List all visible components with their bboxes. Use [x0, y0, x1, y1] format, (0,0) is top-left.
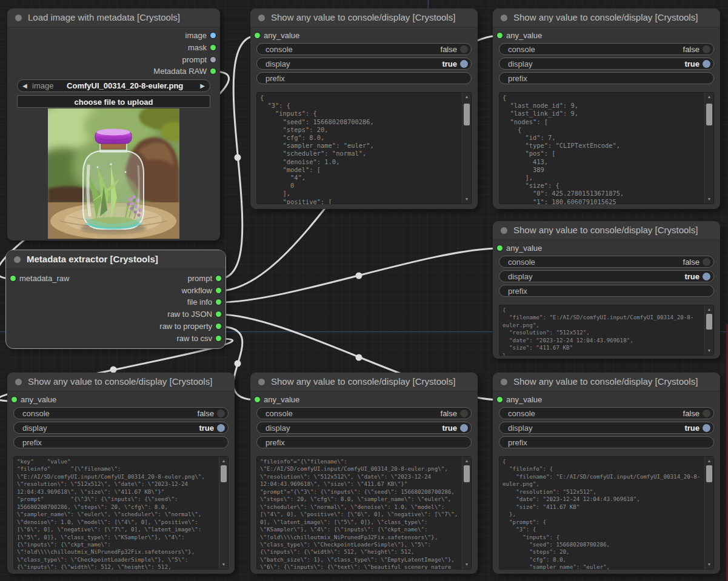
node-show-raw-json[interactable]: Show any value to console/display [Cryst…	[493, 373, 720, 574]
console-toggle[interactable]: console false	[499, 43, 714, 55]
output-port-image[interactable]	[210, 33, 216, 38]
value-display-box[interactable]: { "last_node_id": 9, "last_link_id": 9, …	[499, 92, 714, 204]
console-toggle[interactable]: console false	[256, 43, 472, 55]
toggle-knob[interactable]	[460, 45, 468, 53]
toggle-knob[interactable]	[217, 410, 225, 417]
prefix-input[interactable]: prefix	[499, 436, 714, 448]
prefix-input[interactable]: prefix	[499, 285, 714, 297]
scrollbar-thumb[interactable]	[706, 314, 712, 330]
node-show-workflow[interactable]: Show any value to console/display [Cryst…	[493, 8, 720, 209]
scroll-down-icon[interactable]: ▼	[219, 561, 228, 568]
scroll-up-icon[interactable]: ▲	[705, 93, 713, 101]
scrollbar[interactable]: ▲ ▼	[704, 93, 713, 204]
collapse-dot[interactable]	[15, 15, 22, 21]
scroll-down-icon[interactable]: ▼	[463, 196, 471, 203]
node-title-bar[interactable]: Show any value to console/display [Cryst…	[493, 8, 720, 27]
scroll-up-icon[interactable]: ▲	[705, 457, 713, 465]
toggle-knob[interactable]	[460, 60, 468, 68]
output-port-prompt[interactable]	[216, 276, 221, 281]
input-port-any-value[interactable]	[497, 397, 503, 402]
scrollbar-thumb[interactable]	[464, 104, 470, 125]
display-toggle[interactable]: display true	[499, 270, 714, 282]
toggle-knob[interactable]	[703, 60, 710, 68]
node-show-prompt[interactable]: Show any value to console/display [Cryst…	[250, 8, 478, 209]
scrollbar[interactable]: ▲ ▼	[219, 457, 228, 569]
output-port-raw-to-csv[interactable]	[216, 336, 221, 341]
prefix-input[interactable]: prefix	[256, 436, 472, 448]
prefix-input[interactable]: prefix	[13, 436, 229, 448]
display-toggle[interactable]: display true	[256, 422, 472, 434]
output-port-mask[interactable]	[210, 45, 216, 50]
collapse-dot[interactable]	[258, 379, 265, 385]
node-load-image-with-metadata[interactable]: Load image with metadata [Crystools] ima…	[7, 8, 220, 241]
toggle-knob[interactable]	[703, 45, 710, 53]
display-toggle[interactable]: display true	[499, 58, 714, 70]
output-port-workflow[interactable]	[216, 288, 221, 293]
scrollbar-thumb[interactable]	[221, 465, 227, 482]
scrollbar-thumb[interactable]	[464, 465, 470, 482]
node-metadata-extractor[interactable]: Metadata extractor [Crystools] metadata_…	[6, 250, 225, 348]
value-display-box[interactable]: "fileinfo"="{\"filename\": \"E:/AI/SD/co…	[256, 456, 472, 569]
collapse-dot[interactable]	[501, 15, 507, 21]
output-port-file-info[interactable]	[216, 299, 221, 305]
collapse-dot[interactable]	[15, 379, 22, 385]
collapse-dot[interactable]	[501, 379, 507, 385]
scroll-up-icon[interactable]: ▲	[705, 306, 713, 313]
node-title-bar[interactable]: Show any value to console/display [Cryst…	[7, 373, 235, 391]
toggle-knob[interactable]	[703, 258, 710, 266]
node-show-raw-csv[interactable]: Show any value to console/display [Cryst…	[7, 373, 235, 574]
value-display-box[interactable]: "key" "value" "fileinfo" "{\"filename\":…	[13, 456, 229, 569]
output-port-prompt[interactable]	[210, 57, 216, 62]
node-title-bar[interactable]: Show any value to console/display [Cryst…	[250, 373, 478, 391]
console-toggle[interactable]: console false	[499, 256, 714, 268]
node-title-bar[interactable]: Metadata extractor [Crystools]	[6, 250, 225, 269]
scrollbar[interactable]: ▲ ▼	[704, 305, 713, 355]
toggle-knob[interactable]	[460, 424, 468, 432]
node-title-bar[interactable]: Load image with metadata [Crystools]	[7, 8, 220, 27]
console-toggle[interactable]: console false	[499, 407, 714, 419]
scrollbar-thumb[interactable]	[706, 465, 712, 482]
combo-next-icon[interactable]: ▶	[196, 82, 205, 89]
input-port-any-value[interactable]	[497, 245, 503, 251]
comfyui-node-canvas[interactable]: { "colors": { "canvas_bg": "#1e1e1e", "n…	[0, 0, 728, 581]
display-toggle[interactable]: display true	[256, 58, 472, 70]
input-port-any-value[interactable]	[12, 397, 17, 402]
image-file-combo[interactable]: ◀ image ComfyUI_00314_20-8-euler.png ▶	[17, 79, 210, 92]
collapse-dot[interactable]	[258, 15, 265, 21]
toggle-knob[interactable]	[703, 424, 710, 432]
node-title-bar[interactable]: Show any value to console/display [Cryst…	[493, 373, 720, 391]
scrollbar[interactable]: ▲ ▼	[704, 457, 713, 569]
prefix-input[interactable]: prefix	[256, 72, 472, 84]
prefix-input[interactable]: prefix	[499, 72, 714, 84]
image-preview-jar[interactable]	[48, 108, 179, 239]
input-port-metadata-raw[interactable]	[10, 276, 16, 281]
input-port-any-value[interactable]	[497, 33, 503, 38]
output-port-raw-to-property[interactable]	[216, 324, 221, 329]
node-show-file-info[interactable]: Show any value to console/display [Cryst…	[493, 221, 720, 359]
output-port-metadata-raw[interactable]	[210, 68, 216, 74]
node-show-raw-property[interactable]: Show any value to console/display [Cryst…	[250, 373, 478, 574]
combo-prev-icon[interactable]: ◀	[22, 82, 31, 89]
display-toggle[interactable]: display true	[13, 422, 229, 434]
input-port-any-value[interactable]	[255, 397, 260, 402]
node-title-bar[interactable]: Show any value to console/display [Cryst…	[493, 221, 720, 240]
input-port-any-value[interactable]	[255, 33, 260, 38]
output-port-raw-to-json[interactable]	[216, 311, 221, 317]
collapse-dot[interactable]	[501, 227, 507, 234]
scroll-up-icon[interactable]: ▲	[463, 457, 471, 465]
scroll-down-icon[interactable]: ▼	[705, 347, 713, 354]
toggle-knob[interactable]	[460, 410, 468, 417]
collapse-dot[interactable]	[14, 256, 21, 263]
console-toggle[interactable]: console false	[256, 407, 472, 419]
scroll-up-icon[interactable]: ▲	[219, 457, 228, 465]
scroll-up-icon[interactable]: ▲	[463, 93, 471, 101]
node-title-bar[interactable]: Show any value to console/display [Cryst…	[250, 8, 478, 27]
scroll-down-icon[interactable]: ▼	[705, 561, 713, 568]
value-display-box[interactable]: { "filename": "E:/AI/SD/comfyUI.input/Co…	[499, 305, 714, 356]
console-toggle[interactable]: console false	[13, 407, 229, 419]
toggle-knob[interactable]	[217, 424, 225, 432]
scroll-down-icon[interactable]: ▼	[705, 196, 713, 203]
scrollbar[interactable]: ▲ ▼	[462, 93, 471, 204]
value-display-box[interactable]: { "3": { "inputs": { "seed": 15668020870…	[256, 92, 472, 204]
scrollbar[interactable]: ▲ ▼	[462, 457, 471, 569]
